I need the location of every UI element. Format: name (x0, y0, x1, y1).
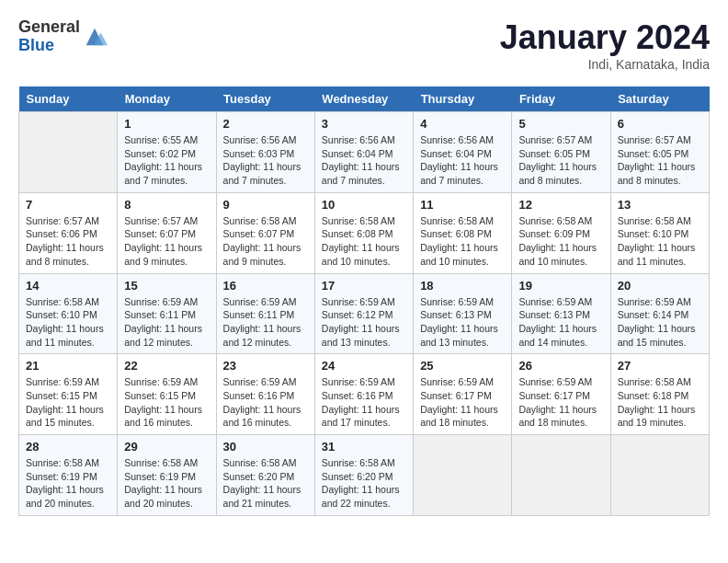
calendar-week-2: 7Sunrise: 6:57 AM Sunset: 6:06 PM Daylig… (19, 192, 710, 273)
calendar-cell (610, 435, 709, 516)
day-number: 20 (618, 279, 702, 293)
day-number: 3 (322, 117, 406, 131)
calendar-cell: 18Sunrise: 6:59 AM Sunset: 6:13 PM Dayli… (414, 273, 512, 354)
day-info: Sunrise: 6:58 AM Sunset: 6:09 PM Dayligh… (518, 214, 603, 269)
calendar-week-1: 1Sunrise: 6:55 AM Sunset: 6:02 PM Daylig… (19, 112, 710, 193)
calendar-cell: 6Sunrise: 6:57 AM Sunset: 6:05 PM Daylig… (610, 112, 709, 193)
day-number: 6 (618, 117, 702, 131)
day-number: 5 (518, 117, 603, 131)
day-info: Sunrise: 6:59 AM Sunset: 6:15 PM Dayligh… (124, 375, 209, 430)
day-info: Sunrise: 6:59 AM Sunset: 6:12 PM Dayligh… (322, 295, 406, 350)
calendar-cell: 23Sunrise: 6:59 AM Sunset: 6:16 PM Dayli… (216, 354, 314, 435)
calendar-cell: 17Sunrise: 6:59 AM Sunset: 6:12 PM Dayli… (314, 273, 413, 354)
day-info: Sunrise: 6:55 AM Sunset: 6:02 PM Dayligh… (124, 133, 209, 188)
calendar-cell: 5Sunrise: 6:57 AM Sunset: 6:05 PM Daylig… (512, 112, 610, 193)
calendar-cell: 11Sunrise: 6:58 AM Sunset: 6:08 PM Dayli… (414, 192, 512, 273)
header-row: SundayMondayTuesdayWednesdayThursdayFrid… (19, 86, 710, 112)
day-info: Sunrise: 6:59 AM Sunset: 6:17 PM Dayligh… (420, 375, 505, 430)
day-number: 7 (26, 198, 110, 212)
calendar-cell (19, 112, 118, 193)
calendar-cell: 7Sunrise: 6:57 AM Sunset: 6:06 PM Daylig… (19, 192, 118, 273)
calendar-cell: 9Sunrise: 6:58 AM Sunset: 6:07 PM Daylig… (216, 192, 314, 273)
calendar-cell: 20Sunrise: 6:59 AM Sunset: 6:14 PM Dayli… (610, 273, 709, 354)
calendar-cell: 10Sunrise: 6:58 AM Sunset: 6:08 PM Dayli… (314, 192, 413, 273)
day-number: 9 (223, 198, 308, 212)
calendar-cell: 27Sunrise: 6:58 AM Sunset: 6:18 PM Dayli… (610, 354, 709, 435)
page-header: General Blue January 2024 Indi, Karnatak… (18, 18, 710, 72)
title-area: January 2024 Indi, Karnataka, India (500, 18, 710, 72)
day-info: Sunrise: 6:58 AM Sunset: 6:10 PM Dayligh… (618, 214, 702, 269)
logo-icon (82, 24, 108, 50)
day-info: Sunrise: 6:57 AM Sunset: 6:05 PM Dayligh… (518, 133, 603, 188)
header-cell-monday: Monday (118, 86, 216, 112)
calendar-cell: 25Sunrise: 6:59 AM Sunset: 6:17 PM Dayli… (414, 354, 512, 435)
calendar-week-5: 28Sunrise: 6:58 AM Sunset: 6:19 PM Dayli… (19, 435, 710, 516)
day-number: 23 (223, 359, 308, 373)
day-number: 19 (518, 279, 603, 293)
day-info: Sunrise: 6:59 AM Sunset: 6:15 PM Dayligh… (26, 375, 110, 430)
day-info: Sunrise: 6:59 AM Sunset: 6:16 PM Dayligh… (322, 375, 406, 430)
calendar-cell: 21Sunrise: 6:59 AM Sunset: 6:15 PM Dayli… (19, 354, 118, 435)
header-cell-friday: Friday (512, 86, 610, 112)
day-info: Sunrise: 6:57 AM Sunset: 6:07 PM Dayligh… (124, 214, 209, 269)
calendar-table: SundayMondayTuesdayWednesdayThursdayFrid… (18, 86, 710, 516)
day-info: Sunrise: 6:58 AM Sunset: 6:08 PM Dayligh… (420, 214, 505, 269)
calendar-cell: 22Sunrise: 6:59 AM Sunset: 6:15 PM Dayli… (118, 354, 216, 435)
day-info: Sunrise: 6:58 AM Sunset: 6:19 PM Dayligh… (26, 456, 110, 511)
day-info: Sunrise: 6:58 AM Sunset: 6:20 PM Dayligh… (223, 456, 308, 511)
calendar-cell: 13Sunrise: 6:58 AM Sunset: 6:10 PM Dayli… (610, 192, 709, 273)
day-number: 27 (618, 359, 702, 373)
day-number: 2 (223, 117, 308, 131)
day-info: Sunrise: 6:57 AM Sunset: 6:05 PM Dayligh… (618, 133, 702, 188)
day-number: 16 (223, 279, 308, 293)
day-info: Sunrise: 6:58 AM Sunset: 6:18 PM Dayligh… (618, 375, 702, 430)
day-number: 30 (223, 440, 308, 454)
day-number: 17 (322, 279, 406, 293)
day-number: 21 (26, 359, 110, 373)
day-number: 22 (124, 359, 209, 373)
calendar-body: 1Sunrise: 6:55 AM Sunset: 6:02 PM Daylig… (19, 112, 710, 516)
calendar-cell: 3Sunrise: 6:56 AM Sunset: 6:04 PM Daylig… (314, 112, 413, 193)
calendar-cell: 8Sunrise: 6:57 AM Sunset: 6:07 PM Daylig… (118, 192, 216, 273)
day-info: Sunrise: 6:58 AM Sunset: 6:19 PM Dayligh… (124, 456, 209, 511)
header-cell-saturday: Saturday (610, 86, 709, 112)
day-number: 1 (124, 117, 209, 131)
calendar-cell: 30Sunrise: 6:58 AM Sunset: 6:20 PM Dayli… (216, 435, 314, 516)
header-cell-thursday: Thursday (414, 86, 512, 112)
day-number: 31 (322, 440, 406, 454)
day-info: Sunrise: 6:58 AM Sunset: 6:07 PM Dayligh… (223, 214, 308, 269)
day-info: Sunrise: 6:56 AM Sunset: 6:04 PM Dayligh… (420, 133, 505, 188)
day-number: 10 (322, 198, 406, 212)
logo-general: General (18, 18, 80, 37)
calendar-cell: 2Sunrise: 6:56 AM Sunset: 6:03 PM Daylig… (216, 112, 314, 193)
header-cell-wednesday: Wednesday (314, 86, 413, 112)
calendar-week-3: 14Sunrise: 6:58 AM Sunset: 6:10 PM Dayli… (19, 273, 710, 354)
day-number: 11 (420, 198, 505, 212)
calendar-cell: 4Sunrise: 6:56 AM Sunset: 6:04 PM Daylig… (414, 112, 512, 193)
calendar-cell: 19Sunrise: 6:59 AM Sunset: 6:13 PM Dayli… (512, 273, 610, 354)
day-info: Sunrise: 6:59 AM Sunset: 6:17 PM Dayligh… (518, 375, 603, 430)
day-info: Sunrise: 6:59 AM Sunset: 6:11 PM Dayligh… (124, 295, 209, 350)
month-title: January 2024 (500, 18, 710, 57)
calendar-cell: 29Sunrise: 6:58 AM Sunset: 6:19 PM Dayli… (118, 435, 216, 516)
calendar-cell: 16Sunrise: 6:59 AM Sunset: 6:11 PM Dayli… (216, 273, 314, 354)
calendar-cell: 26Sunrise: 6:59 AM Sunset: 6:17 PM Dayli… (512, 354, 610, 435)
calendar-cell: 14Sunrise: 6:58 AM Sunset: 6:10 PM Dayli… (19, 273, 118, 354)
calendar-cell (414, 435, 512, 516)
calendar-cell: 24Sunrise: 6:59 AM Sunset: 6:16 PM Dayli… (314, 354, 413, 435)
day-info: Sunrise: 6:56 AM Sunset: 6:04 PM Dayligh… (322, 133, 406, 188)
calendar-cell: 12Sunrise: 6:58 AM Sunset: 6:09 PM Dayli… (512, 192, 610, 273)
subtitle: Indi, Karnataka, India (500, 57, 710, 72)
day-number: 26 (518, 359, 603, 373)
calendar-week-4: 21Sunrise: 6:59 AM Sunset: 6:15 PM Dayli… (19, 354, 710, 435)
day-number: 28 (26, 440, 110, 454)
logo: General Blue (18, 18, 108, 55)
day-info: Sunrise: 6:58 AM Sunset: 6:20 PM Dayligh… (322, 456, 406, 511)
day-info: Sunrise: 6:58 AM Sunset: 6:10 PM Dayligh… (26, 295, 110, 350)
day-number: 14 (26, 279, 110, 293)
day-info: Sunrise: 6:57 AM Sunset: 6:06 PM Dayligh… (26, 214, 110, 269)
day-info: Sunrise: 6:56 AM Sunset: 6:03 PM Dayligh… (223, 133, 308, 188)
logo-blue: Blue (18, 37, 80, 55)
calendar-header: SundayMondayTuesdayWednesdayThursdayFrid… (19, 86, 710, 112)
logo-text: General Blue (18, 18, 80, 55)
